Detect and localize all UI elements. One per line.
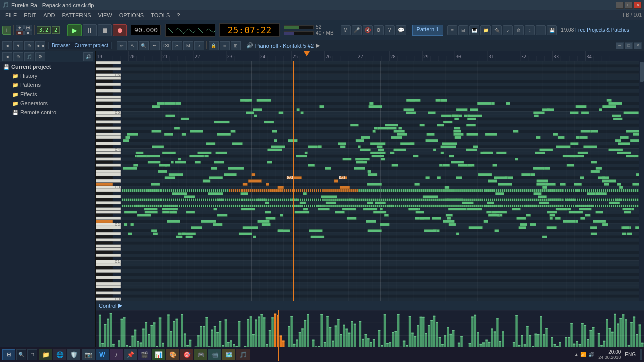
- collapse-btn[interactable]: ◄◄: [35, 41, 45, 50]
- close-button[interactable]: ✕: [634, 2, 642, 9]
- taskbar-music[interactable]: ♪: [110, 349, 123, 360]
- taskbar-chart[interactable]: 📊: [152, 349, 165, 360]
- stop-btn[interactable]: ⏹: [98, 24, 112, 36]
- browser-btn[interactable]: 📁: [480, 25, 491, 35]
- taskbar-files[interactable]: 📁: [39, 349, 52, 360]
- play-btn[interactable]: ▶: [67, 24, 82, 36]
- piano-roll-btn[interactable]: 🎹: [469, 25, 479, 35]
- playlist-btn[interactable]: ⊟: [458, 25, 468, 35]
- time-display: 25:07:22: [219, 23, 280, 37]
- pr-maximize[interactable]: □: [625, 42, 633, 49]
- sidebar-item-current-project[interactable]: 💾 Current project: [0, 62, 95, 71]
- misc-btn1[interactable]: ⋯: [536, 25, 546, 35]
- tray-network[interactable]: 📶: [580, 352, 586, 357]
- taskbar-target[interactable]: 🎯: [180, 349, 193, 360]
- overdub-btn[interactable]: ⏺: [24, 30, 32, 35]
- taskbar-film[interactable]: 🎬: [138, 349, 151, 360]
- menu-add[interactable]: ADD: [40, 12, 58, 19]
- mute-btn[interactable]: 🔇: [363, 25, 373, 35]
- menu-file[interactable]: FILE: [2, 12, 20, 19]
- sidebar-gear[interactable]: ⚙: [35, 52, 45, 61]
- audio-btn[interactable]: 🎤: [352, 25, 362, 35]
- taskbar-paint[interactable]: 🎨: [166, 349, 179, 360]
- taskbar-map[interactable]: 🗺️: [222, 349, 235, 360]
- control-arrow[interactable]: ▶: [118, 302, 122, 309]
- taskbar-browser[interactable]: 🌐: [53, 349, 66, 360]
- disk-icon: 💾: [3, 64, 9, 70]
- free-projects-label[interactable]: 19.08 Free Projects & Patches: [561, 27, 629, 33]
- detuner-tool[interactable]: ♪: [194, 41, 204, 50]
- pr-close[interactable]: ✕: [634, 42, 642, 49]
- pr-minimize[interactable]: ─: [616, 42, 624, 49]
- pattern-button[interactable]: Pattern 1: [412, 25, 444, 36]
- menu-edit[interactable]: EDIT: [21, 12, 39, 19]
- select-tool[interactable]: ↖: [128, 41, 138, 50]
- pencil-tool[interactable]: ✏: [117, 41, 127, 50]
- menu-options[interactable]: OPTIONS: [116, 12, 147, 19]
- add-pattern-btn[interactable]: +: [2, 26, 11, 35]
- record-btn[interactable]: ⏺: [16, 30, 24, 35]
- midi-btn[interactable]: M: [341, 25, 351, 35]
- add-fav-btn[interactable]: ⊕: [24, 41, 34, 50]
- step-back-btn[interactable]: ⏮: [16, 25, 24, 30]
- cpu-mem-display: 52 407 MB: [284, 24, 334, 36]
- record-main-btn[interactable]: ⏺: [113, 24, 127, 36]
- sidebar-speaker[interactable]: 🔊: [83, 52, 93, 61]
- sidebar-add[interactable]: ⊕: [13, 52, 23, 61]
- brush-tool[interactable]: ✒: [150, 41, 160, 50]
- back-btn[interactable]: ◄: [2, 41, 12, 50]
- chat-btn[interactable]: 💬: [396, 25, 406, 35]
- grid-area[interactable]: [122, 61, 639, 301]
- save-btn[interactable]: 💾: [547, 25, 557, 35]
- sidebar-item-effects[interactable]: 📁 Effects: [0, 89, 95, 99]
- effects-folder-icon: 📁: [12, 92, 18, 97]
- snap-type[interactable]: ≈: [220, 41, 230, 50]
- erase-tool[interactable]: ⌫: [161, 41, 171, 50]
- taskbar-camera[interactable]: 📷: [82, 349, 95, 360]
- settings-btn[interactable]: ⚙: [374, 25, 384, 35]
- taskbar-game[interactable]: 🎮: [194, 349, 207, 360]
- snap-toggle[interactable]: 🔒: [209, 41, 219, 50]
- vertical-scrollbar[interactable]: [639, 61, 644, 301]
- sidebar-audio[interactable]: 🎵: [24, 52, 34, 61]
- sidebar-item-history[interactable]: 📁 History: [0, 71, 95, 80]
- start-button[interactable]: ⊞: [2, 349, 15, 360]
- taskbar-word[interactable]: W: [96, 349, 109, 360]
- zoom-tool[interactable]: 🔍: [139, 41, 149, 50]
- sidebar-item-remote-control[interactable]: 💾 Remote control: [0, 108, 95, 117]
- eq-btn[interactable]: ⟰: [514, 25, 524, 35]
- minimize-button[interactable]: ─: [616, 2, 624, 9]
- taskbar-video[interactable]: 📹: [208, 349, 221, 360]
- arp-btn[interactable]: ↕: [525, 25, 535, 35]
- tray-volume[interactable]: 🔊: [588, 352, 594, 357]
- plugin-btn[interactable]: 🔌: [492, 25, 502, 35]
- taskbar-pin[interactable]: 📌: [124, 349, 137, 360]
- show-desktop[interactable]: [640, 349, 642, 360]
- pause-btn[interactable]: ⏸: [83, 24, 97, 36]
- taskbar-note[interactable]: 🎵: [236, 349, 250, 360]
- sidebar-back[interactable]: ◄: [2, 52, 12, 61]
- search-taskbar[interactable]: 🔍: [16, 349, 26, 360]
- menu-view[interactable]: VIEW: [95, 12, 115, 19]
- mute-tool[interactable]: M: [183, 41, 193, 50]
- bpm-display[interactable]: 90.000: [131, 25, 161, 35]
- menu-patterns[interactable]: PATTERNS: [59, 12, 94, 19]
- maximize-button[interactable]: □: [625, 2, 633, 9]
- task-view[interactable]: □: [27, 349, 37, 360]
- sidebar-item-patterns[interactable]: 📁 Patterns: [0, 80, 95, 89]
- sample-btn[interactable]: ♪: [503, 25, 513, 35]
- menu-help[interactable]: ?: [174, 12, 183, 19]
- forward-btn[interactable]: ▼: [13, 41, 23, 50]
- notes-area: [96, 61, 644, 301]
- cut-tool[interactable]: ✂: [172, 41, 182, 50]
- help-btn[interactable]: ?: [385, 25, 395, 35]
- taskbar-shield[interactable]: 🛡️: [67, 349, 80, 360]
- scrollbar-thumb[interactable]: [640, 62, 644, 82]
- tray-expand[interactable]: ▲: [574, 352, 578, 357]
- sidebar-item-generators[interactable]: 📁 Generators: [0, 99, 95, 108]
- menu-tools[interactable]: TOOLS: [148, 12, 173, 19]
- mixer-btn[interactable]: ≡: [447, 25, 457, 35]
- browser-toolbar: ◄ ▼ ⊕ ◄◄ Browser - Current project ✏ ↖ 🔍…: [0, 40, 644, 51]
- step-forward-btn[interactable]: ⏭: [24, 25, 32, 30]
- grid-setting[interactable]: ⊞: [231, 41, 241, 50]
